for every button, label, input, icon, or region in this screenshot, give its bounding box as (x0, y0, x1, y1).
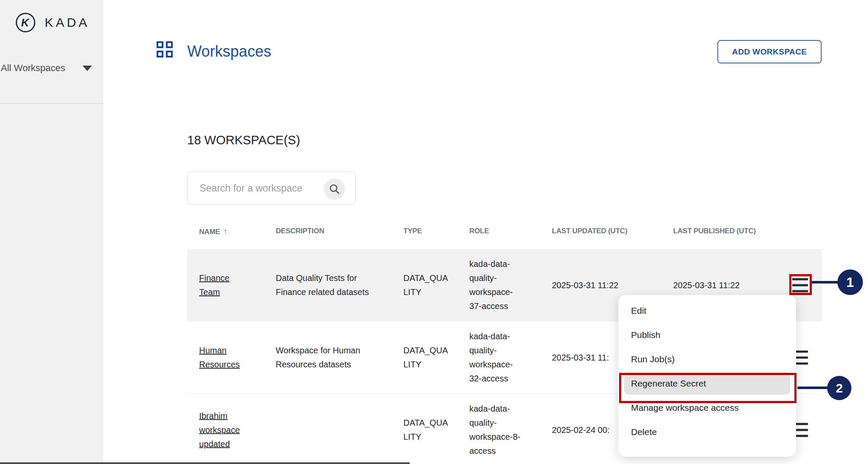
sort-asc-arrow-icon: ↑ (223, 227, 227, 236)
search-icon[interactable] (324, 178, 345, 200)
sidebar: K KADA All Workspaces (0, 0, 103, 464)
all-workspaces-dropdown[interactable]: All Workspaces (1, 63, 98, 74)
last-published-value: 2025-03-31 11:22 (673, 278, 775, 292)
workspace-role: kada-data-quality-workspace-8-access (469, 402, 524, 458)
kada-logo-letter: K (21, 16, 29, 29)
column-header-last-published[interactable]: LAST PUBLISHED (UTC) (673, 227, 756, 235)
workspace-name-link[interactable]: Ibrahim workspace updated (199, 409, 246, 451)
brand: K KADA (16, 13, 90, 32)
workspace-role: kada-data-quality-workspace-32-access (469, 329, 524, 386)
caret-down-icon (83, 66, 92, 71)
kada-logo-icon: K (16, 13, 35, 32)
menu-item-delete[interactable]: Delete (618, 420, 796, 444)
page-title: Workspaces (187, 43, 271, 60)
column-header-name[interactable]: NAME↑ (199, 227, 228, 236)
workspace-type: DATA_QUALITY (403, 416, 448, 444)
menu-item-publish[interactable]: Publish (618, 323, 796, 347)
table-header-row: NAME↑ DESCRIPTION TYPE ROLE LAST UPDATED… (187, 227, 822, 241)
menu-item-edit[interactable]: Edit (618, 298, 796, 323)
column-header-type[interactable]: TYPE (403, 227, 422, 235)
annotation-highlight-box-regenerate-secret (619, 373, 797, 403)
workspace-count-heading: 18 WORKSPACE(S) (187, 133, 300, 147)
all-workspaces-label: All Workspaces (1, 63, 65, 74)
app-screen: K KADA All Workspaces Workspaces ADD WOR… (0, 0, 868, 464)
annotation-step-badge: 2 (827, 376, 851, 400)
annotation-highlight-box-menu-icon (789, 274, 812, 295)
workspace-role: kada-data-quality-workspace-37-access (469, 257, 524, 313)
annotation-connector-line (812, 281, 839, 284)
workspace-search-box[interactable] (187, 172, 356, 205)
workspaces-grid-icon (157, 41, 174, 58)
column-header-description[interactable]: DESCRIPTION (276, 227, 324, 235)
add-workspace-button[interactable]: ADD WORKSPACE (717, 40, 822, 63)
workspace-type: DATA_QUALITY (403, 344, 448, 372)
annotation-step-badge: 1 (837, 269, 863, 295)
last-updated-value: 2025-03-31 11:22 (552, 278, 645, 292)
search-input[interactable] (200, 183, 319, 194)
workspace-type: DATA_QUALITY (403, 271, 448, 299)
workspace-description: Data Quality Tests for Finance related d… (276, 271, 374, 299)
workspace-description: Workspace for Human Resources datasets (276, 344, 374, 372)
menu-item-run-jobs[interactable]: Run Job(s) (618, 347, 796, 371)
annotation-connector-line (797, 387, 829, 389)
workspace-name-link[interactable]: Human Resources (199, 344, 246, 372)
sidebar-divider (0, 103, 103, 104)
column-header-last-updated[interactable]: LAST UPDATED (UTC) (552, 227, 627, 235)
bottom-edge-bar (0, 462, 410, 464)
brand-name: KADA (45, 15, 90, 30)
workspace-name-link[interactable]: Finance Team (199, 271, 246, 299)
column-header-role[interactable]: ROLE (469, 227, 489, 235)
